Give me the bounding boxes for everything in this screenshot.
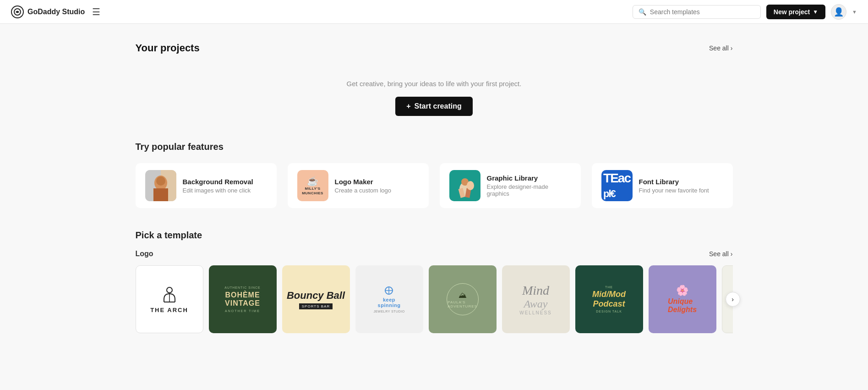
template-card-paulas-adventures[interactable]: ⛰ PAULA'SADVENTURES bbox=[429, 265, 497, 333]
logo-maker-text: Logo Maker Create a custom logo bbox=[335, 178, 392, 194]
t4-inner: keepspinning JEWELRY STUDIO bbox=[373, 265, 404, 333]
graphic-lib-icon bbox=[449, 170, 480, 201]
t2-sub: ANOTHER TIME bbox=[225, 309, 260, 313]
t5-text: PAULA'SADVENTURES bbox=[448, 300, 477, 308]
t3-text: Bouncy Ball bbox=[287, 290, 345, 302]
pick-template-title: Pick a template bbox=[136, 230, 733, 241]
t8-inner: 🌸 UniqueDelights bbox=[668, 265, 697, 333]
features-title: Try popular features bbox=[136, 142, 733, 152]
t7-inner: THE Mid/ModPodcast DESIGN TALK bbox=[592, 265, 626, 333]
t6-inner: Mind Away WELLNESS bbox=[519, 265, 551, 333]
t5-circle: ⛰ PAULA'SADVENTURES bbox=[447, 283, 479, 315]
t2-main: BOHÈMEVINTAGE bbox=[225, 291, 260, 308]
features-grid: Background Removal Edit images with one … bbox=[136, 163, 733, 208]
svg-point-11 bbox=[467, 181, 474, 190]
t3-sub: SPORTS BAR bbox=[299, 303, 333, 309]
avatar[interactable]: 👤 bbox=[831, 4, 846, 20]
features-section: Try popular features Background Removal … bbox=[136, 142, 733, 208]
main-content: Your projects See all › Get creative, br… bbox=[114, 24, 755, 352]
see-all-label: See all bbox=[709, 44, 729, 52]
projects-see-all-link[interactable]: See all › bbox=[709, 44, 732, 52]
font-lib-text: TEacpl€ bbox=[603, 171, 630, 200]
t7-pre: THE bbox=[605, 286, 613, 289]
t1-inner: THE ARCH bbox=[150, 266, 188, 333]
template-category-name: Logo bbox=[136, 250, 153, 258]
t1-text: THE ARCH bbox=[150, 307, 188, 313]
new-project-label: New project bbox=[774, 8, 810, 16]
bg-removal-text: Background Removal Edit images with one … bbox=[183, 178, 253, 194]
empty-state-text: Get creative, bring your ideas to life w… bbox=[136, 80, 733, 88]
font-library-name: Font Library bbox=[639, 178, 709, 186]
template-card-boheme-vintage[interactable]: AUTHENTIC SINCE BOHÈMEVINTAGE ANOTHER TI… bbox=[209, 265, 277, 333]
chevron-down-icon: ▼ bbox=[813, 9, 818, 15]
feature-graphic-library[interactable]: Graphic Library Explore designer-made gr… bbox=[440, 163, 581, 208]
scroll-right-button[interactable]: › bbox=[726, 292, 740, 307]
font-lib-inner: TEacpl€ bbox=[601, 170, 633, 201]
graphic-library-name: Graphic Library bbox=[487, 174, 571, 182]
chevron-right-icon: › bbox=[731, 44, 733, 52]
templates-chevron-right-icon: › bbox=[731, 250, 733, 258]
search-input[interactable] bbox=[650, 8, 755, 16]
templates-grid: THE ARCH AUTHENTIC SINCE BOHÈMEVINTAGE A… bbox=[136, 265, 733, 333]
template-category-header: Logo See all › bbox=[136, 250, 733, 258]
template-card-mind-away[interactable]: Mind Away WELLNESS bbox=[502, 265, 570, 333]
t3-inner: Bouncy Ball SPORTS BAR bbox=[287, 265, 345, 333]
t8-text: UniqueDelights bbox=[668, 297, 697, 314]
templates-section: Pick a template Logo See all › bbox=[136, 230, 733, 333]
logo-maker-inner: ☕ MILLY'SMUNCHIES bbox=[297, 170, 328, 201]
template-card-the-arch[interactable]: THE ARCH bbox=[136, 265, 203, 333]
bg-removal-desc: Edit images with one click bbox=[183, 187, 253, 194]
spinning-icon bbox=[382, 286, 396, 295]
feature-bg-removal[interactable]: Background Removal Edit images with one … bbox=[136, 163, 277, 208]
font-library-text: Font Library Find your new favorite font bbox=[639, 178, 709, 194]
graphic-lib-inner bbox=[449, 170, 480, 201]
svg-point-12 bbox=[167, 287, 172, 293]
logo-maker-icon: ☕ MILLY'SMUNCHIES bbox=[297, 170, 328, 201]
t2-inner: AUTHENTIC SINCE BOHÈMEVINTAGE ANOTHER TI… bbox=[224, 265, 260, 333]
template-card-bouncy-ball[interactable]: Bouncy Ball SPORTS BAR bbox=[282, 265, 350, 333]
mountain-icon: ⛰ bbox=[459, 291, 467, 300]
template-card-mid-mod-podcast[interactable]: THE Mid/ModPodcast DESIGN TALK bbox=[575, 265, 643, 333]
graphic-library-desc: Explore designer-made graphics bbox=[487, 183, 571, 197]
chevron-right-icon: › bbox=[732, 296, 734, 303]
avatar-chevron-icon[interactable]: ▼ bbox=[852, 9, 857, 15]
t6-away: Away bbox=[524, 298, 548, 310]
t7-sub: DESIGN TALK bbox=[596, 310, 622, 313]
templates-see-all-label: See all bbox=[709, 250, 729, 258]
arch-icon bbox=[160, 286, 179, 304]
feature-font-library[interactable]: TEacpl€ Font Library Find your new favor… bbox=[592, 163, 733, 208]
bg-removal-name: Background Removal bbox=[183, 178, 253, 186]
t4-sub: JEWELRY STUDIO bbox=[373, 310, 404, 313]
svg-rect-5 bbox=[153, 188, 168, 201]
t6-text: Mind bbox=[522, 283, 549, 298]
templates-see-all-link[interactable]: See all › bbox=[709, 250, 732, 258]
new-project-button[interactable]: New project ▼ bbox=[766, 5, 825, 19]
navbar: GoDaddy Studio ☰ 🔍 New project ▼ 👤 ▼ bbox=[0, 0, 868, 24]
template-card-unique-delights[interactable]: 🌸 UniqueDelights bbox=[649, 265, 716, 333]
start-creating-label: Start creating bbox=[415, 102, 462, 110]
t5-inner: ⛰ PAULA'SADVENTURES bbox=[447, 265, 479, 333]
t4-text: keepspinning bbox=[378, 297, 401, 308]
feature-logo-maker[interactable]: ☕ MILLY'SMUNCHIES Logo Maker Create a cu… bbox=[288, 163, 429, 208]
nav-right: 🔍 New project ▼ 👤 ▼ bbox=[633, 4, 857, 20]
font-library-desc: Find your new favorite font bbox=[639, 187, 709, 194]
projects-title: Your projects bbox=[136, 42, 200, 54]
nav-left: GoDaddy Studio ☰ bbox=[11, 5, 100, 18]
menu-icon[interactable]: ☰ bbox=[92, 6, 100, 17]
start-creating-button[interactable]: + Start creating bbox=[395, 97, 472, 116]
app-logo[interactable]: GoDaddy Studio bbox=[11, 5, 85, 18]
bg-removal-icon bbox=[145, 170, 176, 201]
t7-main: Mid/ModPodcast bbox=[592, 290, 626, 309]
projects-section: Your projects See all › Get creative, br… bbox=[136, 42, 733, 138]
cup-icon: ☕ bbox=[307, 176, 318, 187]
svg-point-4 bbox=[156, 176, 165, 186]
avatar-icon: 👤 bbox=[834, 7, 844, 17]
graphic-library-text: Graphic Library Explore designer-made gr… bbox=[487, 174, 571, 197]
logo-maker-text: MILLY'SMUNCHIES bbox=[302, 187, 323, 195]
logo-maker-name: Logo Maker bbox=[335, 178, 392, 186]
app-name: GoDaddy Studio bbox=[27, 8, 85, 16]
search-icon: 🔍 bbox=[639, 8, 646, 16]
templates-scroll-wrapper: THE ARCH AUTHENTIC SINCE BOHÈMEVINTAGE A… bbox=[136, 265, 733, 333]
template-card-keep-spinning[interactable]: keepspinning JEWELRY STUDIO bbox=[355, 265, 423, 333]
plus-icon: + bbox=[406, 102, 410, 110]
